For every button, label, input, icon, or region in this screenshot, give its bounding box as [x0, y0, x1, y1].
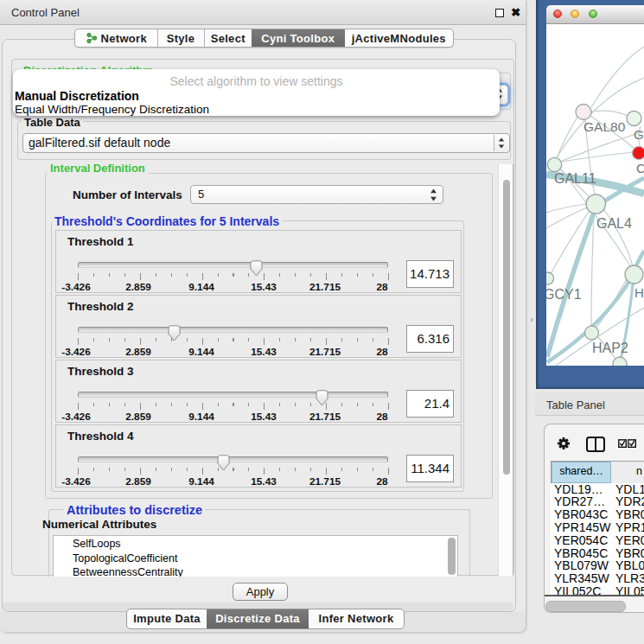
svg-text:C: C	[636, 161, 644, 175]
svg-text:HAP2: HAP2	[592, 341, 628, 355]
svg-text:GAL80: GAL80	[583, 119, 626, 134]
svg-text:GAL4: GAL4	[596, 216, 632, 231]
svg-text:GCY1: GCY1	[546, 287, 582, 302]
svg-text:H: H	[634, 285, 644, 300]
svg-text:G.: G.	[634, 127, 644, 142]
svg-text:GAL11: GAL11	[554, 171, 596, 186]
